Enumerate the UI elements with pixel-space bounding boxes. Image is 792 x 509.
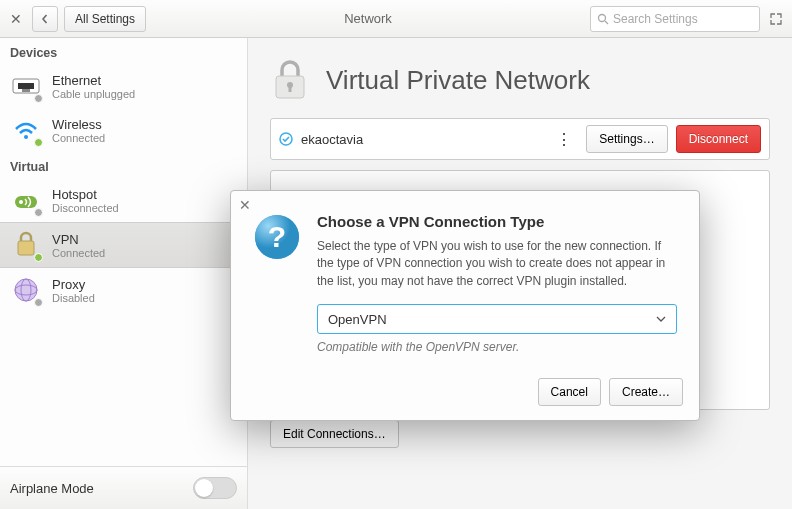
search-icon (597, 13, 609, 25)
svg-rect-4 (22, 89, 30, 92)
sidebar-item-status: Disabled (52, 292, 95, 304)
chevron-down-icon (656, 316, 666, 322)
svg-point-9 (15, 279, 37, 301)
vpn-compat-text: Compatible with the OpenVPN server. (317, 340, 677, 354)
page-title: Virtual Private Network (326, 65, 590, 96)
window-close-button[interactable]: ✕ (6, 9, 26, 29)
sidebar-item-status: Cable unplugged (52, 88, 135, 100)
lock-icon (270, 58, 310, 102)
title-bar: ✕ All Settings Network Search Settings (0, 0, 792, 38)
ethernet-icon (10, 70, 42, 102)
svg-rect-8 (18, 241, 34, 255)
sidebar-item-wireless[interactable]: Wireless Connected (0, 108, 247, 152)
maximize-button[interactable] (766, 9, 786, 29)
section-virtual-label: Virtual (0, 152, 247, 178)
sidebar-item-proxy[interactable]: Proxy Disabled (0, 268, 247, 312)
hotspot-icon (10, 184, 42, 216)
svg-text:?: ? (268, 220, 286, 253)
sidebar-item-hotspot[interactable]: Hotspot Disconnected (0, 178, 247, 222)
maximize-icon (770, 13, 782, 25)
dialog-title: Choose a VPN Connection Type (317, 213, 677, 230)
wireless-icon (10, 114, 42, 146)
sidebar-item-vpn[interactable]: VPN Connected (0, 222, 247, 268)
chevron-left-icon (40, 14, 50, 24)
sidebar-item-label: Ethernet (52, 73, 135, 88)
svg-rect-3 (18, 83, 34, 89)
search-placeholder: Search Settings (613, 12, 698, 26)
svg-rect-14 (289, 86, 292, 92)
sidebar-item-ethernet[interactable]: Ethernet Cable unplugged (0, 64, 247, 108)
combo-value: OpenVPN (328, 312, 387, 327)
question-icon: ? (253, 213, 301, 261)
sidebar: Devices Ethernet Cable unplugged Wireles… (0, 38, 248, 509)
sidebar-item-status: Disconnected (52, 202, 119, 214)
dialog-close-button[interactable]: ✕ (239, 197, 251, 213)
sidebar-item-label: Hotspot (52, 187, 119, 202)
connection-menu-button[interactable]: ⋮ (550, 130, 578, 149)
svg-line-1 (605, 21, 608, 24)
svg-point-0 (599, 14, 606, 21)
proxy-icon (10, 274, 42, 306)
vpn-connection-name: ekaoctavia (301, 132, 542, 147)
sidebar-item-status: Connected (52, 132, 105, 144)
sidebar-item-label: Proxy (52, 277, 95, 292)
svg-point-7 (19, 200, 23, 204)
dialog-text: Select the type of VPN you wish to use f… (317, 238, 677, 290)
vpn-type-dialog: ✕ ? Choose a VPN Connection Type Select … (230, 190, 700, 421)
airplane-mode-switch[interactable] (193, 477, 237, 499)
section-devices-label: Devices (0, 38, 247, 64)
disconnect-button[interactable]: Disconnect (676, 125, 761, 153)
edit-connections-button[interactable]: Edit Connections… (270, 420, 399, 448)
settings-button[interactable]: Settings… (586, 125, 667, 153)
search-settings-input[interactable]: Search Settings (590, 6, 760, 32)
all-settings-button[interactable]: All Settings (64, 6, 146, 32)
svg-point-5 (24, 135, 28, 139)
vpn-type-combo[interactable]: OpenVPN (317, 304, 677, 334)
vpn-connection-row: ekaoctavia ⋮ Settings… Disconnect (270, 118, 770, 160)
check-icon (279, 132, 293, 146)
back-button[interactable] (32, 6, 58, 32)
airplane-mode-label: Airplane Mode (10, 481, 94, 496)
airplane-mode-row: Airplane Mode (0, 466, 247, 509)
vpn-icon (10, 229, 42, 261)
cancel-button[interactable]: Cancel (538, 378, 601, 406)
window-title: Network (152, 11, 584, 26)
sidebar-item-label: Wireless (52, 117, 105, 132)
sidebar-item-status: Connected (52, 247, 105, 259)
sidebar-item-label: VPN (52, 232, 105, 247)
create-button[interactable]: Create… (609, 378, 683, 406)
